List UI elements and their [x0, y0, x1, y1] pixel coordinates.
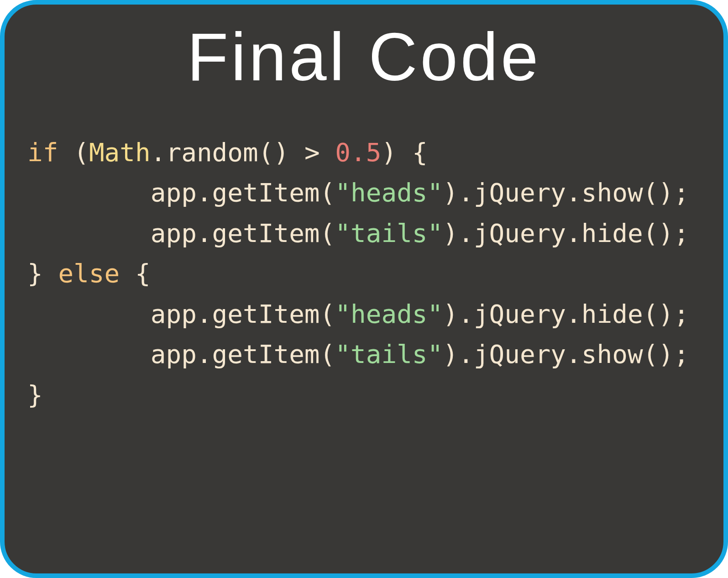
code-text: app.getItem(	[151, 299, 335, 329]
code-class-math: Math	[89, 137, 151, 167]
code-block: if (Math.random() > 0.5) { app.getItem("…	[27, 132, 701, 415]
code-text: ).jQuery.show();	[443, 339, 689, 369]
code-string: "heads"	[335, 299, 443, 329]
code-indent	[27, 178, 151, 207]
card-title: Final Code	[27, 18, 701, 96]
code-text: .random() >	[151, 137, 335, 167]
code-keyword-else: else	[58, 258, 120, 288]
code-text: }	[27, 258, 58, 288]
code-indent	[27, 218, 151, 248]
code-text: app.getItem(	[151, 178, 335, 207]
code-indent	[27, 299, 151, 329]
code-number: 0.5	[335, 137, 381, 167]
code-card: Final Code if (Math.random() > 0.5) { ap…	[0, 0, 728, 578]
code-text: ).jQuery.show();	[443, 178, 689, 207]
code-text: {	[120, 258, 150, 288]
code-keyword-if: if	[27, 137, 58, 167]
code-text: ).jQuery.hide();	[443, 218, 689, 248]
code-text: }	[27, 380, 43, 410]
code-text: ) {	[381, 137, 427, 167]
code-string: "tails"	[335, 218, 443, 248]
code-string: "heads"	[335, 178, 443, 207]
code-indent	[27, 339, 151, 369]
code-string: "tails"	[335, 339, 443, 369]
code-text: app.getItem(	[151, 218, 335, 248]
code-text: (	[58, 137, 89, 167]
code-text: ).jQuery.hide();	[443, 299, 689, 329]
code-text: app.getItem(	[151, 339, 335, 369]
